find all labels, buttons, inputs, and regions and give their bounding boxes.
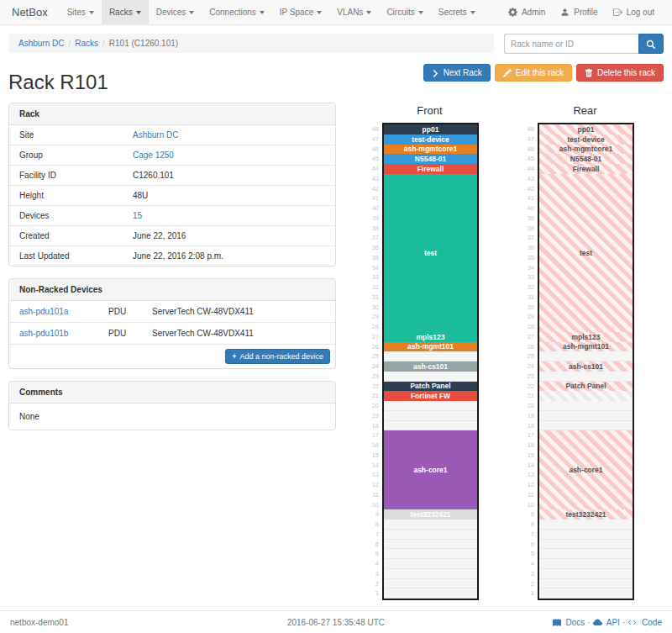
rack-unit-empty[interactable] <box>539 351 633 361</box>
attr-value-link[interactable]: Cage 1250 <box>133 150 174 160</box>
rack-unit-rear[interactable]: ash-mgmt101 <box>539 342 633 352</box>
nav-item-circuits[interactable]: Circuits <box>379 0 430 24</box>
device-link[interactable]: ash-pdu101a <box>19 307 68 316</box>
rack-attr-row: SiteAshburn DC <box>9 125 335 145</box>
footer-link-code[interactable]: Code <box>627 618 662 627</box>
breadcrumb-link[interactable]: Racks <box>75 39 98 48</box>
nav-item-log-out[interactable]: Log out <box>606 0 662 24</box>
rack-unit-device[interactable]: ash-cs101 <box>384 361 477 372</box>
rack-unit-empty[interactable] <box>384 372 477 382</box>
unit-number: 18 <box>521 421 534 431</box>
comments-panel: Comments None <box>8 381 336 430</box>
rack-unit-empty[interactable] <box>539 579 633 589</box>
unit-number: 42 <box>521 184 534 194</box>
rack-unit-empty[interactable] <box>384 588 477 599</box>
rack-unit-empty[interactable] <box>384 421 477 431</box>
rack-unit-empty[interactable] <box>539 421 633 431</box>
rack-unit-empty[interactable] <box>539 549 633 559</box>
rack-unit-empty[interactable] <box>384 411 477 421</box>
rack-unit-empty[interactable] <box>539 401 633 411</box>
rack-unit-device[interactable]: Firewall <box>384 164 477 174</box>
unit-number: 14 <box>365 461 379 471</box>
rack-unit-empty[interactable] <box>384 549 477 559</box>
rack-unit-rear[interactable]: test3232421 <box>539 509 633 520</box>
chevron-right-icon <box>432 68 439 77</box>
rack-unit-device[interactable]: test3232421 <box>384 509 477 520</box>
unit-number: 40 <box>521 203 534 214</box>
rack-unit-device[interactable]: pp01 <box>384 124 477 135</box>
rack-unit-rear[interactable]: mpls123 <box>539 332 633 342</box>
rack-unit-rear[interactable] <box>539 391 633 401</box>
unit-number: 24 <box>521 361 534 372</box>
rack-unit-empty[interactable] <box>384 569 477 579</box>
breadcrumb-link[interactable]: Ashburn DC <box>18 39 64 48</box>
delete-rack-button[interactable]: Delete this rack <box>576 64 664 82</box>
rack-unit-rear[interactable]: pp01 <box>539 124 633 135</box>
rack-unit-rear[interactable]: N5548-01 <box>539 154 633 164</box>
rack-unit-rear[interactable]: ash-cs101 <box>539 361 633 372</box>
unit-number: 47 <box>365 135 379 145</box>
chevron-down-icon <box>136 11 141 14</box>
nav-item-secrets[interactable]: Secrets <box>431 0 483 24</box>
rack-unit-rear[interactable]: Firewall <box>539 164 633 174</box>
nav-item-admin[interactable]: Admin <box>501 0 553 24</box>
search-input[interactable] <box>504 34 638 54</box>
rack-unit-empty[interactable] <box>384 579 477 589</box>
rack-unit-empty[interactable] <box>539 588 633 599</box>
attr-value-link[interactable]: Ashburn DC <box>133 130 178 140</box>
rack-unit-rear[interactable]: test-device <box>539 135 633 145</box>
rack-unit-empty[interactable] <box>384 540 477 550</box>
footer-link-api[interactable]: API <box>593 618 620 627</box>
rack-unit-empty[interactable] <box>539 559 633 569</box>
attr-value-link[interactable]: 15 <box>133 211 142 220</box>
footer-link-label: API <box>605 618 620 627</box>
rack-unit-empty[interactable] <box>539 520 633 530</box>
unit-number: 2 <box>365 579 379 589</box>
nav-item-vlans[interactable]: VLANs <box>329 0 379 24</box>
rack-unit-device[interactable]: ash-core1 <box>384 430 477 509</box>
chevron-down-icon <box>260 11 265 14</box>
brand[interactable]: NetBox <box>10 0 60 24</box>
rack-unit-device[interactable]: ash-mgmt101 <box>384 342 477 352</box>
nav-item-racks[interactable]: Racks <box>102 0 149 24</box>
unit-number: 7 <box>365 530 379 540</box>
rack-unit-empty[interactable] <box>539 530 633 540</box>
search-button[interactable] <box>638 34 664 54</box>
unit-number: 12 <box>521 480 534 490</box>
add-non-racked-device-button[interactable]: + Add a non-racked device <box>225 349 330 364</box>
rack-unit-device[interactable]: test-device <box>384 135 477 145</box>
rack-unit-empty[interactable] <box>539 569 633 579</box>
rack-unit-empty[interactable] <box>539 372 633 382</box>
nav-item-connections[interactable]: Connections <box>202 0 272 24</box>
unit-number: 26 <box>521 342 534 352</box>
unit-number: 32 <box>365 282 379 293</box>
rack-unit-device[interactable]: Fortinet FW <box>384 391 477 401</box>
footer-link-docs[interactable]: Docs <box>553 618 585 627</box>
rack-unit-empty[interactable] <box>384 351 477 361</box>
rack-unit-empty[interactable] <box>384 530 477 540</box>
rack-unit-empty[interactable] <box>384 401 477 411</box>
rack-unit-device[interactable]: mpls123 <box>384 332 477 342</box>
rack-unit-rear[interactable]: ash-core1 <box>539 430 633 509</box>
nav-item-profile[interactable]: Profile <box>553 0 605 24</box>
rack-unit-rear[interactable]: test <box>539 174 633 332</box>
rack-unit-device[interactable]: N5548-01 <box>384 154 477 164</box>
unit-number: 40 <box>365 203 379 214</box>
device-link[interactable]: ash-pdu101b <box>19 329 68 338</box>
rack-unit-device[interactable]: test <box>384 174 477 332</box>
rack-unit-rear[interactable]: ash-mgmtcore1 <box>539 145 633 155</box>
rack-unit-device[interactable]: Patch Panel <box>384 382 477 392</box>
nav-item-ip-space[interactable]: IP Space <box>272 0 329 24</box>
rack-unit-rear[interactable]: Patch Panel <box>539 382 633 392</box>
nav-item-sites[interactable]: Sites <box>60 0 102 24</box>
rack-unit-device[interactable]: ash-mgmtcore1 <box>384 145 477 155</box>
edit-rack-button[interactable]: Edit this rack <box>495 64 572 82</box>
rack-unit-empty[interactable] <box>384 559 477 569</box>
rack-unit-empty[interactable] <box>539 411 633 421</box>
front-title: Front <box>417 104 442 117</box>
unit-number: 1 <box>521 588 534 599</box>
rack-unit-empty[interactable] <box>384 520 477 530</box>
next-rack-button[interactable]: Next Rack <box>423 64 491 82</box>
rack-unit-empty[interactable] <box>539 540 633 550</box>
nav-item-devices[interactable]: Devices <box>149 0 202 24</box>
